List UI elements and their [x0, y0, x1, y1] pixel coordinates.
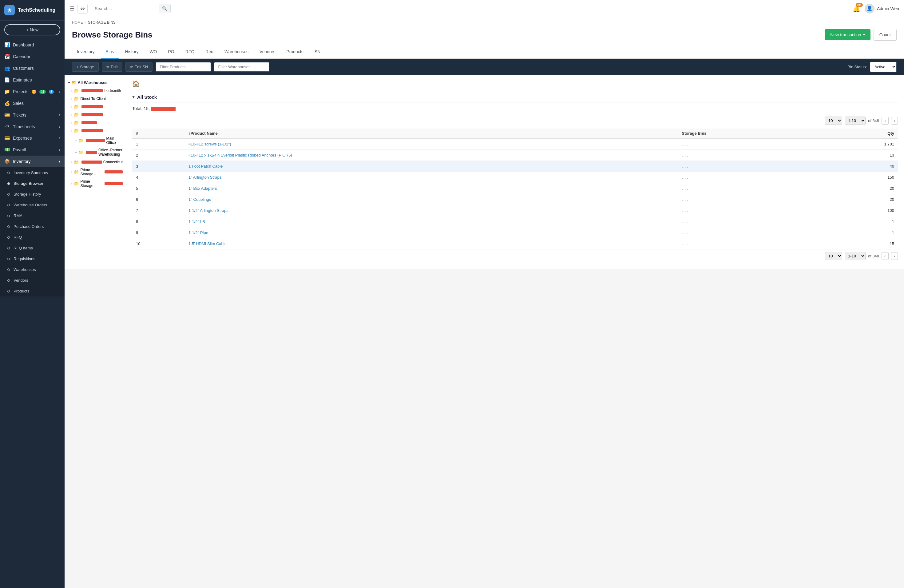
- tree-item-dtc[interactable]: + 📁 Direct-To-Client: [65, 95, 126, 103]
- bins-link-8[interactable]: ....: [682, 230, 689, 235]
- sidebar-item-vendors[interactable]: Vendors: [0, 275, 65, 286]
- sidebar-item-requisitions[interactable]: Requisitions: [0, 253, 65, 264]
- filter-products-input[interactable]: [156, 62, 211, 72]
- tab-wo[interactable]: WO: [144, 46, 162, 59]
- product-link-1[interactable]: #10-#12 x 1-1/4in Everbilt Plastic Ribbe…: [188, 153, 292, 158]
- product-link-5[interactable]: 1" Couplings: [188, 197, 211, 202]
- sidebar-item-purchase-orders[interactable]: Purchase Orders: [0, 221, 65, 232]
- breadcrumb-home[interactable]: HOME: [72, 20, 83, 25]
- tree-item-row3[interactable]: + 📁: [65, 103, 126, 111]
- search-button[interactable]: 🔍: [159, 4, 170, 13]
- next-page-top[interactable]: ›: [891, 117, 898, 125]
- product-link-7[interactable]: 1-1/2" LB: [188, 219, 205, 224]
- sidebar-item-rfq[interactable]: RFQ: [0, 232, 65, 243]
- sidebar-item-warehouses[interactable]: Warehouses: [0, 264, 65, 275]
- page-select-top[interactable]: 1-1011-2021-30: [845, 117, 866, 125]
- sidebar-item-calendar[interactable]: 📅 Calendar: [0, 51, 65, 62]
- cell-bins-2: ....: [678, 161, 820, 172]
- tab-history[interactable]: History: [120, 46, 144, 59]
- edit-button[interactable]: ✏ Edit: [102, 62, 122, 72]
- tab-warehouses[interactable]: Warehouses: [220, 46, 253, 59]
- per-page-select-top[interactable]: 102550100: [825, 117, 842, 125]
- sidebar-item-estimates[interactable]: 📄 Estimates: [0, 74, 65, 86]
- bins-link-5[interactable]: ....: [682, 197, 689, 202]
- sidebar-item-storage-browser[interactable]: Storage Browser: [0, 178, 65, 189]
- col-product[interactable]: ↑Product Name: [185, 128, 678, 138]
- sidebar-item-tickets[interactable]: 🎫 Tickets ›: [0, 109, 65, 121]
- sidebar-item-products[interactable]: Products: [0, 286, 65, 296]
- bins-link-9[interactable]: ....: [682, 242, 689, 246]
- tab-bins[interactable]: Bins: [101, 46, 119, 59]
- tab-vendors[interactable]: Vendors: [254, 46, 280, 59]
- bins-link-7[interactable]: ....: [682, 219, 689, 224]
- next-page-bottom[interactable]: ›: [891, 252, 898, 260]
- tab-req[interactable]: Req: [201, 46, 218, 59]
- sidebar-item-customers[interactable]: 👥 Customers: [0, 62, 65, 74]
- new-transaction-button[interactable]: New transaction ▾: [825, 29, 870, 40]
- sidebar-item-inventory[interactable]: 📦 Inventory ▾: [0, 156, 65, 167]
- per-page-select-bottom[interactable]: 102550100: [825, 252, 842, 260]
- bins-link-4[interactable]: ....: [682, 186, 689, 191]
- tab-po[interactable]: PO: [163, 46, 179, 59]
- sidebar-item-warehouse-orders[interactable]: Warehouse Orders: [0, 199, 65, 210]
- storage-button[interactable]: + Storage: [72, 62, 99, 72]
- section-collapse-icon[interactable]: ▾: [132, 94, 135, 100]
- product-link-2[interactable]: 1 Foot Patch Cable: [188, 164, 223, 169]
- sidebar-item-expenses[interactable]: 💳 Expenses ›: [0, 132, 65, 144]
- tree-root-all-warehouses[interactable]: − 📂 All Warehouses: [65, 78, 126, 87]
- tree-label-p2: Prime Storage -: [80, 179, 102, 188]
- page-select-bottom[interactable]: 1-1011-2021-30: [845, 252, 866, 260]
- product-link-4[interactable]: 1" Box Adapters: [188, 186, 217, 191]
- notification-icon[interactable]: 🔔 99+: [853, 5, 860, 12]
- tab-inventory[interactable]: Inventory: [72, 46, 100, 59]
- product-link-9[interactable]: 1.5' HDMI Slim Cable: [188, 242, 227, 246]
- tree-item-row6[interactable]: + 📁: [65, 127, 126, 135]
- edit-sn-button[interactable]: ✏ Edit SN: [125, 62, 153, 72]
- tree-item-locksmith[interactable]: + 📁 Locksmith: [65, 87, 126, 95]
- sidebar-item-rma[interactable]: RMA: [0, 210, 65, 221]
- tree-item-prime2[interactable]: + 📁 Prime Storage -: [65, 178, 126, 190]
- tree-item-ct[interactable]: + 📁 Connecticut: [65, 158, 126, 166]
- tree-item-main-office[interactable]: + 📁 Main Office: [65, 135, 126, 146]
- tab-products[interactable]: Products: [281, 46, 308, 59]
- sidebar-item-payroll[interactable]: 💵 Payroll ›: [0, 144, 65, 156]
- tree-item-prime1[interactable]: + 📁 Prime Storage -: [65, 166, 126, 178]
- sidebar-item-storage-history[interactable]: Storage History: [0, 189, 65, 199]
- prev-page-bottom[interactable]: ‹: [882, 252, 888, 260]
- sidebar-item-sales[interactable]: 💰 Sales ›: [0, 98, 65, 109]
- table-row: 8 1-1/2" LB .... 1: [132, 216, 898, 227]
- tree-item-row4[interactable]: + 📁: [65, 111, 126, 119]
- table-header-row: # ↑Product Name Storage Bins Qty: [132, 128, 898, 138]
- product-link-8[interactable]: 1-1/2" Pipe: [188, 230, 208, 235]
- filter-warehouses-input[interactable]: [214, 62, 269, 72]
- bin-status-select[interactable]: Active Inactive All: [870, 62, 897, 72]
- bins-link-0[interactable]: ....: [682, 142, 689, 146]
- cell-num-8: 9: [132, 227, 185, 238]
- expand-icon[interactable]: ⇔: [77, 4, 88, 14]
- count-button[interactable]: Count: [874, 29, 897, 41]
- bins-link-1[interactable]: ....: [682, 153, 689, 158]
- product-link-6[interactable]: 1-1/2" Arlington Straps: [188, 208, 228, 213]
- search-input[interactable]: [91, 4, 159, 13]
- user-menu[interactable]: 👤 Admin Wen: [864, 4, 899, 14]
- bins-link-3[interactable]: ....: [682, 175, 689, 180]
- sidebar-item-dashboard[interactable]: 📊 Dashboard: [0, 39, 65, 51]
- sidebar-item-timesheets[interactable]: ⏱ Timesheets ›: [0, 121, 65, 132]
- sidebar-item-inventory-summary[interactable]: Inventory Summary: [0, 167, 65, 178]
- new-button[interactable]: + New: [4, 24, 60, 35]
- bins-link-6[interactable]: ....: [682, 208, 689, 213]
- product-link-0[interactable]: #10-#12 screws (1-1/2"): [188, 142, 231, 146]
- sidebar-item-rfq-items[interactable]: RFQ Items: [0, 243, 65, 253]
- tree-label-p1: Prime Storage -: [80, 168, 102, 176]
- home-icon[interactable]: 🏠: [132, 80, 140, 87]
- tab-rfq[interactable]: RFQ: [180, 46, 199, 59]
- product-link-3[interactable]: 1" Arlington Straps: [188, 175, 221, 180]
- prev-page-top[interactable]: ‹: [882, 117, 888, 125]
- tree-item-row5[interactable]: + 📁: [65, 119, 126, 127]
- sidebar-item-projects[interactable]: 📁 Projects 7 11 8 ›: [0, 86, 65, 98]
- main-content: ☰ ⇔ 🔍 🔔 99+ 👤 Admin Wen HOME › STORAGE B…: [65, 0, 904, 588]
- bins-link-2[interactable]: ....: [682, 164, 689, 169]
- tab-sn[interactable]: SN: [310, 46, 325, 59]
- hamburger-icon[interactable]: ☰: [70, 5, 74, 12]
- tree-item-office-partner[interactable]: + 📁 Office -Partner Warehousing: [65, 146, 126, 158]
